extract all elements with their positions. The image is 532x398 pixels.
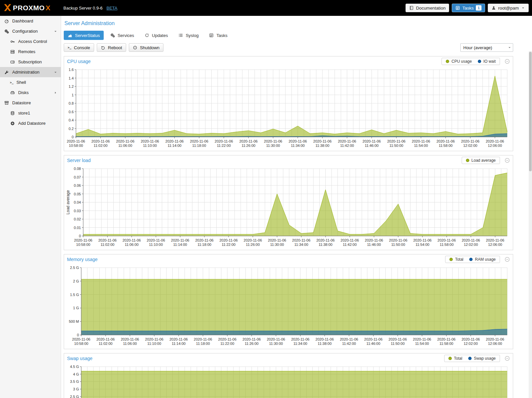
- terminal-icon: >_: [68, 46, 71, 49]
- svg-text:0.07: 0.07: [74, 175, 81, 179]
- svg-text:11:54:00: 11:54:00: [415, 342, 429, 346]
- tasks-button[interactable]: Tasks 1: [452, 4, 485, 12]
- reboot-button[interactable]: Reboot: [97, 43, 126, 52]
- svg-text:11:06:00: 11:06:00: [123, 342, 137, 346]
- tab-updates[interactable]: Updates: [141, 31, 172, 40]
- plus-icon: [10, 121, 15, 126]
- legend-item[interactable]: RAM usage: [469, 257, 496, 262]
- gears-icon: [4, 29, 9, 34]
- svg-text:11:02:00: 11:02:00: [94, 144, 108, 148]
- chart-canvas: 0500 M1 G1.5 G2 G2.5 G3 G3.5 G4 G4.5 G20…: [65, 364, 511, 398]
- svg-text:11:26:00: 11:26:00: [246, 243, 260, 247]
- collapse-panel-button[interactable]: [505, 356, 510, 361]
- sidebar-item-subscription[interactable]: Subscription: [0, 57, 61, 67]
- collapse-panel-button[interactable]: [505, 59, 510, 64]
- legend-dot: [468, 357, 472, 360]
- tab-serverstatus[interactable]: ServerStatus: [64, 31, 104, 40]
- sidebar-item-label: Configuration: [12, 29, 38, 34]
- user-menu-button[interactable]: root@pam: [488, 4, 529, 12]
- legend-item[interactable]: Load average: [466, 158, 496, 163]
- svg-text:11:30:00: 11:30:00: [270, 243, 284, 247]
- legend-item[interactable]: Total: [448, 356, 462, 361]
- tasks-label: Tasks: [462, 6, 474, 11]
- legend-item[interactable]: Total: [449, 257, 463, 262]
- svg-text:0: 0: [79, 234, 81, 238]
- sidebar-item-datastore[interactable]: Datastore: [0, 98, 61, 108]
- toolbar: >_ConsoleRebootShutdownHour (average): [64, 43, 513, 52]
- sidebar-item-label: store1: [18, 111, 30, 116]
- sidebar: DashboardConfigurationAccess ControlRemo…: [0, 16, 61, 398]
- sidebar-item-administration[interactable]: Administration: [0, 67, 61, 77]
- sidebar-item-add-datastore[interactable]: Add Datastore: [0, 118, 61, 128]
- svg-text:11:30:00: 11:30:00: [266, 144, 280, 148]
- sidebar-item-access-control[interactable]: Access Control: [0, 36, 61, 47]
- legend-label: CPU usage: [451, 59, 472, 64]
- vertical-scrollbar[interactable]: [529, 51, 532, 398]
- svg-text:2020-11-06: 2020-11-06: [364, 337, 382, 341]
- scrollbar-thumb[interactable]: [529, 52, 532, 171]
- svg-text:2020-11-06: 2020-11-06: [437, 139, 455, 143]
- main-row: DashboardConfigurationAccess ControlRemo…: [0, 16, 532, 398]
- svg-text:11:06:00: 11:06:00: [118, 144, 132, 148]
- sidebar-item-remotes[interactable]: Remotes: [0, 47, 61, 57]
- caret-down-icon: [506, 46, 513, 50]
- hdd-icon: [10, 90, 15, 95]
- sidebar-item-dashboard[interactable]: Dashboard: [0, 16, 61, 26]
- sidebar-item-label: Dashboard: [12, 18, 33, 23]
- svg-text:0.4: 0.4: [69, 118, 74, 122]
- caret-down-icon[interactable]: [53, 29, 57, 33]
- database-icon: [10, 111, 15, 116]
- shutdown-button[interactable]: Shutdown: [129, 43, 163, 52]
- svg-text:11:30:00: 11:30:00: [269, 342, 283, 346]
- sidebar-item-disks[interactable]: Disks: [0, 87, 61, 98]
- legend: TotalSwap usage: [444, 355, 500, 362]
- legend-dot: [446, 60, 449, 63]
- svg-text:0.06: 0.06: [74, 183, 81, 187]
- timeframe-select[interactable]: Hour (average): [460, 43, 513, 52]
- tab-services[interactable]: Services: [106, 31, 138, 40]
- svg-text:11:22:00: 11:22:00: [222, 243, 235, 247]
- svg-text:12:06:00: 12:06:00: [488, 243, 502, 247]
- sidebar-item-store1[interactable]: store1: [0, 108, 61, 118]
- sidebar-item-configuration[interactable]: Configuration: [0, 26, 61, 36]
- legend-item[interactable]: IO wait: [478, 59, 496, 64]
- proxmox-x-icon: [3, 3, 12, 13]
- sidebar-item-label: Shell: [17, 80, 26, 85]
- caret-right-icon[interactable]: [53, 91, 57, 95]
- svg-text:2020-11-06: 2020-11-06: [486, 238, 504, 242]
- legend-item[interactable]: CPU usage: [446, 59, 472, 64]
- caret-down-icon[interactable]: [53, 70, 57, 74]
- documentation-button[interactable]: Documentation: [406, 4, 449, 12]
- collapse-panel-button[interactable]: [505, 257, 510, 262]
- svg-text:2020-11-06: 2020-11-06: [121, 337, 139, 341]
- svg-text:2020-11-06: 2020-11-06: [315, 337, 334, 341]
- tab-label: ServerStatus: [75, 33, 100, 38]
- svg-text:2020-11-06: 2020-11-06: [461, 139, 479, 143]
- svg-text:2020-11-06: 2020-11-06: [96, 337, 115, 341]
- console-button[interactable]: >_Console: [64, 43, 94, 52]
- dashboard-icon: [4, 19, 9, 23]
- sidebar-item-shell[interactable]: >_Shell: [0, 77, 61, 87]
- sidebar-item-label: Access Control: [18, 39, 47, 44]
- svg-text:11:02:00: 11:02:00: [100, 243, 114, 247]
- svg-text:2020-11-06: 2020-11-06: [218, 337, 236, 341]
- collapse-panel-button[interactable]: [505, 158, 510, 163]
- svg-text:11:38:00: 11:38:00: [319, 243, 333, 247]
- panel-body: 00.20.40.60.811.21.41.62020-11-0610:58:0…: [64, 66, 513, 151]
- svg-text:11:42:00: 11:42:00: [342, 342, 356, 346]
- sidebar-item-label: Subscription: [18, 59, 42, 64]
- tab-syslog[interactable]: Syslog: [174, 31, 202, 40]
- svg-text:2020-11-06: 2020-11-06: [363, 139, 381, 143]
- tab-tasks[interactable]: Tasks: [205, 31, 231, 40]
- app-root: PROXMO X Backup Server 0.9-6 BETA Docume…: [0, 0, 532, 398]
- svg-text:1.6: 1.6: [69, 68, 74, 72]
- beta-link[interactable]: BETA: [107, 6, 118, 11]
- svg-text:0.08: 0.08: [74, 167, 81, 171]
- legend-label: IO wait: [483, 59, 496, 64]
- user-label: root@pam: [498, 6, 519, 11]
- tab-bar: ServerStatusServicesUpdatesSyslogTasks: [64, 31, 532, 40]
- panel-title: Server load: [67, 158, 91, 163]
- legend-item[interactable]: Swap usage: [468, 356, 496, 361]
- svg-text:2020-11-06: 2020-11-06: [291, 337, 309, 341]
- svg-text:2020-11-06: 2020-11-06: [338, 139, 356, 143]
